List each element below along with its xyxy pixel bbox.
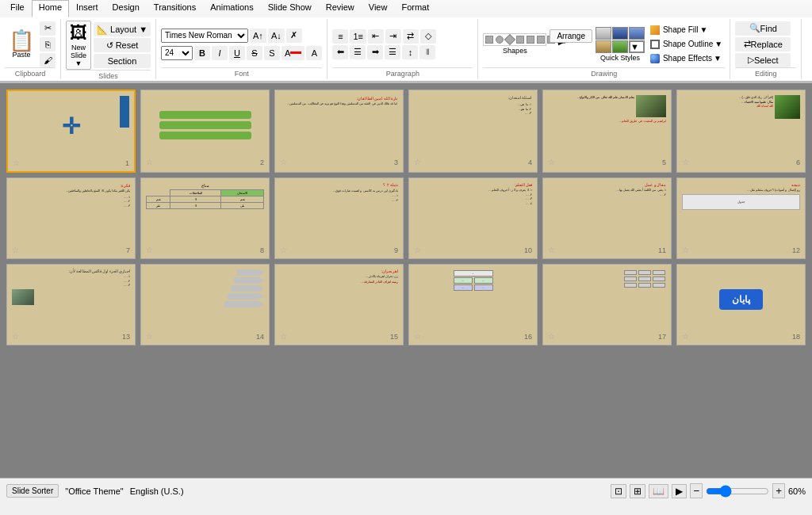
star-icon[interactable]: ☆ — [548, 332, 555, 341]
font-highlight-button[interactable]: A — [306, 46, 322, 60]
slideshow-view-button[interactable]: ▶ — [672, 484, 687, 498]
increase-indent-button[interactable]: ⇥ — [385, 29, 401, 44]
slide-panel[interactable]: ✛☆1 ☆2 دارة الله امين الطالقان: اما قد ه… — [0, 83, 812, 478]
slide-number-label: 3 — [394, 158, 398, 166]
zoom-in-button[interactable]: + — [772, 483, 785, 498]
slide-thumb[interactable]: فكرة: يكن اللغير مكذا يكون الا التمتع با… — [6, 177, 136, 259]
slide-number-label: 8 — [260, 246, 264, 254]
star-icon[interactable]: ☆ — [682, 158, 689, 166]
shape-effects-button[interactable]: Shape Effects ▼ — [648, 52, 725, 65]
reading-view-button[interactable]: 📖 — [649, 484, 668, 498]
format-painter-button[interactable]: 🖌 — [40, 53, 56, 67]
select-button[interactable]: ▷ Select — [735, 53, 791, 67]
tab-review[interactable]: Review — [319, 0, 362, 17]
shadow-button[interactable]: S — [264, 46, 280, 60]
slide-thumb[interactable]: اهر بحران: زن بحران اهرماه بالادتر... زم… — [274, 264, 404, 345]
slide-thumb[interactable]: دارة الله امين الطالقان: اما قد هالك الذ… — [274, 90, 404, 173]
shape-fill-button[interactable]: Shape Fill ▼ — [648, 24, 725, 36]
decrease-font-button[interactable]: A↓ — [268, 29, 285, 43]
star-icon[interactable]: ☆ — [682, 246, 689, 254]
tab-slideshow[interactable]: Slide Show — [261, 0, 319, 17]
tab-insert[interactable]: Insert — [69, 0, 105, 17]
bullets-button[interactable]: ≡ — [332, 29, 348, 44]
tab-format[interactable]: Format — [394, 0, 436, 17]
font-family-select[interactable]: Times New Roman — [161, 29, 248, 43]
increase-font-button[interactable]: A↑ — [250, 29, 266, 43]
slide-thumb[interactable]: نتيجه زو (اعمال و أصوات) ؟ حروف متعلم نق… — [676, 177, 806, 259]
columns-button[interactable]: ⫴ — [419, 45, 435, 59]
align-left-button[interactable]: ⬅ — [332, 45, 348, 59]
cut-button[interactable]: ✂ — [40, 21, 56, 36]
convert-smartart-button[interactable]: ◇ — [420, 29, 436, 44]
arrange-button[interactable]: Arrange — [550, 29, 592, 43]
zoom-slider[interactable] — [706, 485, 769, 498]
slide-thumb[interactable]: اجباري الجزء اول فاكس المطالعة لأن: ١- .… — [6, 264, 136, 345]
strikethrough-button[interactable]: S — [247, 46, 262, 60]
star-icon[interactable]: ☆ — [12, 246, 19, 254]
star-icon[interactable]: ☆ — [414, 246, 421, 254]
star-icon[interactable]: ☆ — [414, 332, 421, 341]
slide-thumb[interactable]: اسئلة امتحان: ١- ما هي... ٢- ما هو... ٣-… — [408, 90, 538, 173]
line-spacing-button[interactable]: ↕ — [402, 45, 418, 59]
star-icon[interactable]: ☆ — [548, 158, 555, 166]
star-icon[interactable]: ☆ — [548, 246, 555, 254]
align-center-button[interactable]: ☰ — [350, 45, 366, 59]
font-size-select[interactable]: 24 — [161, 46, 193, 60]
slide-thumb[interactable]: مناخ الامتحانالملاحظات نعملانعم بلىلانقر… — [140, 177, 270, 259]
tab-animations[interactable]: Animations — [203, 0, 260, 17]
slide-thumb[interactable]: ☆17 — [542, 264, 672, 345]
paste-button[interactable]: 📋 Paste — [5, 21, 38, 67]
slide-thumb[interactable]: ☆2 — [140, 90, 270, 173]
slide-thumb[interactable]: (اقرأ ان ربك الذي خلق...)... مثال: علموا… — [676, 90, 806, 173]
italic-button[interactable]: I — [212, 46, 228, 60]
numbering-button[interactable]: 1≡ — [350, 29, 366, 44]
font-color-button[interactable]: A — [282, 46, 304, 60]
tab-file[interactable]: File — [3, 0, 32, 17]
star-icon[interactable]: ☆ — [146, 246, 153, 254]
drawing-label: Drawing — [483, 67, 725, 78]
star-icon[interactable]: ☆ — [146, 158, 153, 166]
replace-button[interactable]: ⇄ Replace — [735, 37, 791, 52]
clear-format-button[interactable]: ✗ — [286, 29, 302, 43]
new-slide-button[interactable]: 🖼 NewSlide ▼ — [66, 21, 91, 70]
decrease-indent-button[interactable]: ⇤ — [368, 29, 384, 44]
slide-thumb[interactable]: ☆14 — [140, 264, 270, 345]
star-icon[interactable]: ☆ — [280, 158, 287, 166]
star-icon[interactable]: ☆ — [12, 332, 19, 341]
shapes-palette[interactable]: ▶ — [483, 33, 546, 46]
tab-view[interactable]: View — [362, 0, 395, 17]
justify-button[interactable]: ☰ — [385, 45, 400, 59]
align-right-button[interactable]: ➡ — [367, 45, 383, 59]
tab-home[interactable]: Home — [32, 0, 69, 17]
text-direction-button[interactable]: ⇄ — [403, 29, 419, 44]
reset-button[interactable]: ↺ Reset — [94, 38, 151, 52]
slide-thumb[interactable]: پایان ☆18 — [676, 264, 806, 345]
find-button[interactable]: 🔍 Find — [735, 21, 791, 36]
section-button[interactable]: Section — [94, 54, 151, 68]
star-icon[interactable]: ☆ — [146, 332, 153, 341]
slide-number-label: 6 — [796, 158, 800, 166]
star-icon[interactable]: ☆ — [682, 332, 689, 341]
zoom-out-button[interactable]: − — [690, 483, 703, 498]
slide-number-label: 12 — [792, 246, 800, 254]
underline-button[interactable]: U — [229, 46, 245, 60]
star-icon[interactable]: ☆ — [280, 246, 287, 254]
layout-button[interactable]: 📐 Layout ▼ — [94, 22, 151, 36]
tab-design[interactable]: Design — [105, 0, 147, 17]
shape-outline-button[interactable]: Shape Outline ▼ — [648, 38, 725, 51]
slide-thumb[interactable]: يعلم الانسان علم الله تعالى من الاثار وا… — [542, 90, 672, 173]
normal-view-button[interactable]: ⊡ — [611, 484, 626, 498]
slide-sorter-view-button[interactable]: ⊞ — [630, 484, 645, 498]
slide-thumb[interactable]: ✛☆1 — [6, 90, 136, 173]
tab-transitions[interactable]: Transitions — [147, 0, 203, 17]
star-icon[interactable]: ☆ — [13, 158, 20, 167]
slide-thumb[interactable]: ... ... ... ... ... ☆16 — [408, 264, 538, 345]
slide-thumb[interactable]: نثيلة ٢ ؟ يادگیری این درس به کالسی و اهم… — [274, 177, 404, 259]
bold-button[interactable]: B — [194, 46, 210, 60]
slide-thumb[interactable]: مقال و عمل ١- يعني من الكلمة أ يعتني الل… — [542, 177, 672, 259]
star-icon[interactable]: ☆ — [280, 332, 287, 341]
copy-button[interactable]: ⎘ — [40, 37, 56, 52]
slide-sorter-button[interactable]: Slide Sorter — [6, 484, 59, 498]
slide-thumb[interactable]: فعل التعلم: ١- لا يعرف و لا ر : أ حروف ا… — [408, 177, 538, 259]
star-icon[interactable]: ☆ — [414, 158, 421, 166]
